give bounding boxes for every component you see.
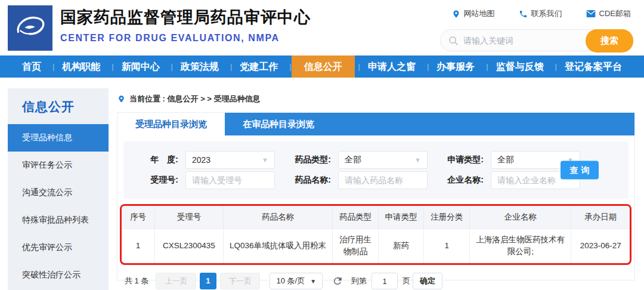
search-button[interactable]: 搜索 (586, 29, 633, 53)
sitemap-link-label: 网站地图 (464, 8, 495, 19)
site-subtitle: CENTER FOR DRUG EVALUATION, NMPA (60, 33, 311, 44)
nav-label[interactable]: 党建工作 (232, 55, 286, 78)
sidebar-item-priority-review[interactable]: 优先审评公示 (8, 234, 109, 261)
sidebar-item-accepted-varieties[interactable]: 受理品种信息 (8, 124, 109, 152)
nav-item-party-building[interactable]: 党建工作 (230, 55, 286, 78)
prev-page-button[interactable]: 上一页 (156, 273, 196, 289)
filter-row-1: 年 度: 2023 ▼ 药品类型: 全部 ▼ 申请类型: (131, 151, 628, 169)
nav-item-services[interactable]: 办事服务 (427, 55, 482, 78)
sidebar-item-review-tasks[interactable]: 审评任务公示 (8, 152, 109, 179)
cell-registration-class: 1 (424, 229, 470, 263)
cde-website: 国家药品监督管理局药品审评中心 CENTER FOR DRUG EVALUATI… (0, 0, 644, 290)
tabbar: 受理品种目录浏览 在审品种目录浏览 (117, 113, 634, 135)
cell-drug-name: LQ036单域抗体吸入用粉末 (223, 229, 332, 263)
results-table-highlight: 序号 受理号 药品名称 药品类型 申请类型 注册分类 企业名称 承办日期 1 C… (120, 204, 631, 265)
chevron-down-icon: ▼ (414, 156, 421, 163)
sidebar-item-breakthrough-therapy[interactable]: 突破性治疗公示 (8, 261, 109, 289)
table-header-cell: 申请类型 (378, 206, 424, 229)
location-pin-icon (452, 10, 460, 18)
nav-item-registration-platform[interactable]: 登记备案平台 (555, 55, 630, 78)
table-header-cell: 注册分类 (424, 206, 470, 229)
quick-links: 网站地图 联系我们 CDE邮箱 (452, 8, 631, 19)
nav-item-news[interactable]: 新闻中心 (112, 55, 167, 78)
cell-company: 上海洛启生物医药技术有限公司; (470, 229, 571, 263)
company-name-label: 企业名称: (436, 175, 484, 186)
nav-label[interactable]: 监督与反馈 (488, 55, 552, 78)
cell-application-type: 新药 (378, 229, 424, 263)
nav-label-active[interactable]: 信息公开 (292, 55, 355, 78)
phone-icon (519, 10, 528, 18)
cell-date: 2023-06-27 (571, 229, 630, 263)
application-type-label: 申请类型: (436, 155, 484, 165)
results-table: 序号 受理号 药品名称 药品类型 申请类型 注册分类 企业名称 承办日期 1 C… (122, 206, 630, 263)
sitemap-link[interactable]: 网站地图 (452, 8, 495, 19)
tab-accepted-catalog[interactable]: 受理品种目录浏览 (117, 113, 225, 135)
next-page-button[interactable]: 下一页 (220, 273, 261, 289)
goto-confirm-button[interactable]: 确定 (413, 273, 442, 289)
goto-page-label: 到第 (351, 276, 367, 286)
filter-drug-type: 药品类型: 全部 ▼ (283, 151, 428, 169)
filter-year: 年 度: 2023 ▼ (131, 151, 275, 169)
refresh-icon (332, 276, 343, 286)
table-header-cell: 序号 (122, 206, 154, 229)
goto-page-suffix: 页 (402, 276, 410, 286)
search-input[interactable] (463, 30, 580, 51)
filter-row-2: 受理号: 药品名称: 企业名称: (131, 171, 628, 189)
sidebar-item-special-approval-list[interactable]: 特殊审批品种列表 (8, 206, 109, 234)
page-number-button[interactable]: 1 (200, 273, 216, 289)
query-button[interactable]: 查询 (561, 161, 599, 180)
acceptance-no-input[interactable] (186, 172, 274, 189)
page-size-value: 10 条/页 (276, 276, 305, 286)
year-select-value: 2023 (192, 155, 210, 165)
acceptance-no-label: 受理号: (131, 175, 178, 186)
contact-link-label: 联系我们 (531, 8, 562, 19)
tab-under-review-catalog[interactable]: 在审品种目录浏览 (225, 113, 332, 135)
nav-label[interactable]: 政策法规 (173, 55, 227, 78)
refresh-button[interactable] (332, 276, 343, 286)
nav-item-home[interactable]: 首页 (14, 55, 49, 78)
nav-item-info-disclosure[interactable]: 信息公开 (289, 55, 354, 78)
table-header-cell: 受理号 (154, 206, 223, 229)
filter-acceptance-no: 受理号: (131, 171, 275, 189)
site-title: 国家药品监督管理局药品审评中心 (60, 7, 311, 28)
breadcrumb-pin-icon (117, 95, 125, 103)
year-select[interactable]: 2023 ▼ (185, 151, 275, 169)
sidebar-item-communication[interactable]: 沟通交流公示 (8, 179, 109, 206)
breadcrumb: 当前位置 : 信息公开 > > 受理品种信息 (117, 94, 261, 104)
table-header-cell: 承办日期 (571, 206, 630, 229)
nav-item-organization[interactable]: 机构职能 (52, 55, 108, 78)
table-header-row: 序号 受理号 药品名称 药品类型 申请类型 注册分类 企业名称 承办日期 (122, 206, 630, 229)
acceptance-no-box (185, 171, 275, 189)
drug-name-label: 药品名称: (283, 175, 331, 186)
nav-label[interactable]: 办事服务 (429, 55, 482, 78)
pagination: 共 1 条 上一页 1 下一页 10 条/页 ▼ 到第 页 确定 (125, 273, 627, 289)
page-size-select[interactable]: 10 条/页 ▼ (270, 273, 323, 289)
table-header-cell: 药品类型 (333, 206, 379, 229)
pagination-total: 共 1 条 (125, 276, 148, 286)
drug-name-input[interactable] (339, 172, 427, 189)
nav-label[interactable]: 机构职能 (54, 55, 108, 78)
goto-page-input[interactable] (371, 273, 398, 289)
contact-link[interactable]: 联系我们 (519, 8, 562, 19)
application-type-select-value: 全部 (497, 155, 514, 165)
cell-acceptance-no: CXSL2300435 (154, 229, 223, 263)
table-row[interactable]: 1 CXSL2300435 LQ036单域抗体吸入用粉末 治疗用生物制品 新药 … (122, 229, 630, 263)
nav-label[interactable]: 申请人之窗 (360, 55, 423, 78)
nav-item-policies[interactable]: 政策法规 (171, 55, 227, 78)
drug-type-select[interactable]: 全部 ▼ (338, 151, 428, 169)
year-label: 年 度: (131, 155, 178, 165)
filter-company-name: 企业名称: (436, 171, 580, 189)
drug-name-box (338, 171, 428, 189)
brand-block: 国家药品监督管理局药品审评中心 CENTER FOR DRUG EVALUATI… (60, 7, 311, 44)
nav-label[interactable]: 登记备案平台 (557, 55, 630, 78)
nav-item-supervision-feedback[interactable]: 监督与反馈 (486, 55, 551, 78)
site-logo (8, 5, 52, 51)
search-icon (448, 36, 459, 46)
mailbox-link[interactable]: CDE邮箱 (586, 8, 631, 19)
nav-item-applicant-window[interactable]: 申请人之窗 (358, 55, 423, 78)
nav-label[interactable]: 首页 (14, 55, 49, 78)
nav-label[interactable]: 新闻中心 (114, 55, 168, 78)
site-search: 搜索 (440, 29, 633, 51)
table-header-cell: 药品名称 (223, 206, 332, 229)
sidebar-title: 信息公开 (8, 88, 109, 124)
